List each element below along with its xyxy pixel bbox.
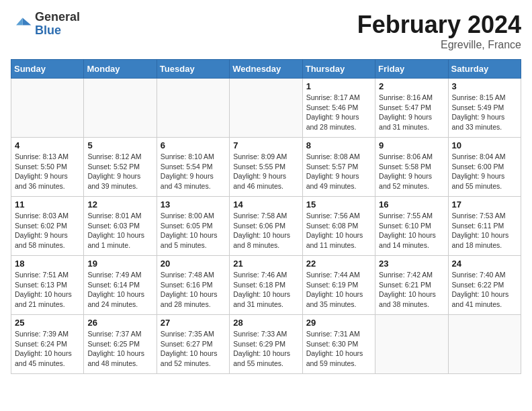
logo-icon — [11, 13, 32, 35]
day-number: 7 — [233, 140, 298, 150]
calendar-week-row: 18Sunrise: 7:51 AM Sunset: 6:13 PM Dayli… — [11, 256, 521, 315]
calendar-cell: 20Sunrise: 7:48 AM Sunset: 6:16 PM Dayli… — [157, 256, 229, 315]
col-header-wednesday: Wednesday — [230, 60, 302, 79]
day-info: Sunrise: 7:51 AM Sunset: 6:13 PM Dayligh… — [15, 270, 80, 310]
col-header-tuesday: Tuesday — [157, 60, 229, 79]
calendar-cell: 5Sunrise: 8:12 AM Sunset: 5:52 PM Daylig… — [84, 138, 157, 197]
day-number: 11 — [15, 199, 80, 210]
col-header-sunday: Sunday — [11, 60, 84, 79]
day-info: Sunrise: 7:31 AM Sunset: 6:30 PM Dayligh… — [306, 329, 371, 369]
calendar-cell: 23Sunrise: 7:42 AM Sunset: 6:21 PM Dayli… — [375, 256, 448, 315]
day-number: 1 — [306, 81, 371, 91]
logo-text: General Blue — [35, 11, 80, 38]
calendar-cell: 21Sunrise: 7:46 AM Sunset: 6:18 PM Dayli… — [230, 256, 302, 315]
calendar-cell: 24Sunrise: 7:40 AM Sunset: 6:22 PM Dayli… — [448, 256, 521, 315]
day-number: 12 — [87, 199, 152, 210]
calendar-cell: 17Sunrise: 7:53 AM Sunset: 6:11 PM Dayli… — [448, 197, 521, 256]
calendar-cell — [11, 79, 84, 138]
day-number: 23 — [379, 259, 444, 269]
day-info: Sunrise: 8:15 AM Sunset: 5:49 PM Dayligh… — [452, 93, 517, 132]
calendar-cell: 3Sunrise: 8:15 AM Sunset: 5:49 PM Daylig… — [448, 79, 521, 138]
calendar-cell: 1Sunrise: 8:17 AM Sunset: 5:46 PM Daylig… — [302, 79, 375, 138]
day-number: 19 — [87, 259, 152, 269]
day-info: Sunrise: 7:53 AM Sunset: 6:11 PM Dayligh… — [452, 211, 517, 250]
calendar-cell: 22Sunrise: 7:44 AM Sunset: 6:19 PM Dayli… — [302, 256, 375, 315]
svg-marker-0 — [23, 17, 32, 25]
day-number: 13 — [161, 199, 226, 210]
day-info: Sunrise: 7:44 AM Sunset: 6:19 PM Dayligh… — [306, 270, 371, 310]
calendar-cell — [230, 79, 302, 138]
calendar-cell: 7Sunrise: 8:09 AM Sunset: 5:55 PM Daylig… — [230, 138, 302, 197]
day-number: 22 — [306, 259, 371, 269]
day-number: 9 — [379, 140, 444, 150]
calendar-cell: 11Sunrise: 8:03 AM Sunset: 6:02 PM Dayli… — [11, 197, 84, 256]
day-info: Sunrise: 7:35 AM Sunset: 6:27 PM Dayligh… — [161, 329, 226, 369]
calendar-cell: 12Sunrise: 8:01 AM Sunset: 6:03 PM Dayli… — [84, 197, 157, 256]
calendar-cell: 6Sunrise: 8:10 AM Sunset: 5:54 PM Daylig… — [157, 138, 229, 197]
day-info: Sunrise: 7:55 AM Sunset: 6:10 PM Dayligh… — [379, 211, 444, 250]
day-number: 6 — [161, 140, 226, 150]
day-number: 4 — [15, 140, 80, 150]
month-year-title: February 2024 — [357, 11, 521, 39]
day-info: Sunrise: 7:33 AM Sunset: 6:29 PM Dayligh… — [233, 329, 298, 369]
day-number: 17 — [452, 199, 517, 210]
calendar-cell: 4Sunrise: 8:13 AM Sunset: 5:50 PM Daylig… — [11, 138, 84, 197]
day-info: Sunrise: 7:39 AM Sunset: 6:24 PM Dayligh… — [15, 329, 80, 369]
calendar-cell: 9Sunrise: 8:06 AM Sunset: 5:58 PM Daylig… — [375, 138, 448, 197]
day-info: Sunrise: 8:12 AM Sunset: 5:52 PM Dayligh… — [87, 152, 152, 191]
calendar-cell — [448, 315, 521, 374]
calendar-week-row: 4Sunrise: 8:13 AM Sunset: 5:50 PM Daylig… — [11, 138, 521, 197]
day-info: Sunrise: 7:37 AM Sunset: 6:25 PM Dayligh… — [87, 329, 152, 369]
calendar-cell — [84, 79, 157, 138]
calendar-cell: 8Sunrise: 8:08 AM Sunset: 5:57 PM Daylig… — [302, 138, 375, 197]
calendar-cell: 16Sunrise: 7:55 AM Sunset: 6:10 PM Dayli… — [375, 197, 448, 256]
day-info: Sunrise: 8:00 AM Sunset: 6:05 PM Dayligh… — [161, 211, 226, 250]
calendar-cell — [157, 79, 229, 138]
day-info: Sunrise: 7:56 AM Sunset: 6:08 PM Dayligh… — [306, 211, 371, 250]
calendar-week-row: 25Sunrise: 7:39 AM Sunset: 6:24 PM Dayli… — [11, 315, 521, 374]
day-info: Sunrise: 7:48 AM Sunset: 6:16 PM Dayligh… — [161, 270, 226, 310]
calendar-table: SundayMondayTuesdayWednesdayThursdayFrid… — [11, 59, 521, 374]
day-info: Sunrise: 8:16 AM Sunset: 5:47 PM Dayligh… — [379, 93, 444, 132]
day-number: 3 — [452, 81, 517, 91]
col-header-thursday: Thursday — [302, 60, 375, 79]
calendar-cell: 26Sunrise: 7:37 AM Sunset: 6:25 PM Dayli… — [84, 315, 157, 374]
day-number: 27 — [161, 318, 226, 328]
calendar-cell — [375, 315, 448, 374]
calendar-cell: 13Sunrise: 8:00 AM Sunset: 6:05 PM Dayli… — [157, 197, 229, 256]
day-number: 20 — [161, 259, 226, 269]
title-area: February 2024 Egreville, France — [357, 11, 521, 51]
col-header-saturday: Saturday — [448, 60, 521, 79]
calendar-cell: 2Sunrise: 8:16 AM Sunset: 5:47 PM Daylig… — [375, 79, 448, 138]
day-info: Sunrise: 8:01 AM Sunset: 6:03 PM Dayligh… — [87, 211, 152, 250]
day-info: Sunrise: 7:49 AM Sunset: 6:14 PM Dayligh… — [87, 270, 152, 310]
day-info: Sunrise: 7:58 AM Sunset: 6:06 PM Dayligh… — [233, 211, 298, 250]
logo-line1: General — [35, 11, 80, 24]
day-info: Sunrise: 8:09 AM Sunset: 5:55 PM Dayligh… — [233, 152, 298, 191]
day-info: Sunrise: 8:10 AM Sunset: 5:54 PM Dayligh… — [161, 152, 226, 191]
day-number: 28 — [233, 318, 298, 328]
calendar-cell: 25Sunrise: 7:39 AM Sunset: 6:24 PM Dayli… — [11, 315, 84, 374]
day-number: 16 — [379, 199, 444, 210]
day-number: 21 — [233, 259, 298, 269]
day-number: 2 — [379, 81, 444, 91]
svg-marker-1 — [16, 17, 23, 25]
calendar-cell: 14Sunrise: 7:58 AM Sunset: 6:06 PM Dayli… — [230, 197, 302, 256]
calendar-cell: 29Sunrise: 7:31 AM Sunset: 6:30 PM Dayli… — [302, 315, 375, 374]
day-info: Sunrise: 8:04 AM Sunset: 6:00 PM Dayligh… — [452, 152, 517, 191]
logo: General Blue — [11, 11, 80, 38]
day-info: Sunrise: 8:13 AM Sunset: 5:50 PM Dayligh… — [15, 152, 80, 191]
day-number: 15 — [306, 199, 371, 210]
day-info: Sunrise: 7:46 AM Sunset: 6:18 PM Dayligh… — [233, 270, 298, 310]
day-number: 10 — [452, 140, 517, 150]
calendar-week-row: 11Sunrise: 8:03 AM Sunset: 6:02 PM Dayli… — [11, 197, 521, 256]
col-header-friday: Friday — [375, 60, 448, 79]
calendar-cell: 18Sunrise: 7:51 AM Sunset: 6:13 PM Dayli… — [11, 256, 84, 315]
day-number: 14 — [233, 199, 298, 210]
logo-line2: Blue — [35, 24, 80, 38]
calendar-cell: 19Sunrise: 7:49 AM Sunset: 6:14 PM Dayli… — [84, 256, 157, 315]
day-number: 24 — [452, 259, 517, 269]
day-number: 18 — [15, 259, 80, 269]
day-number: 8 — [306, 140, 371, 150]
calendar-cell: 15Sunrise: 7:56 AM Sunset: 6:08 PM Dayli… — [302, 197, 375, 256]
